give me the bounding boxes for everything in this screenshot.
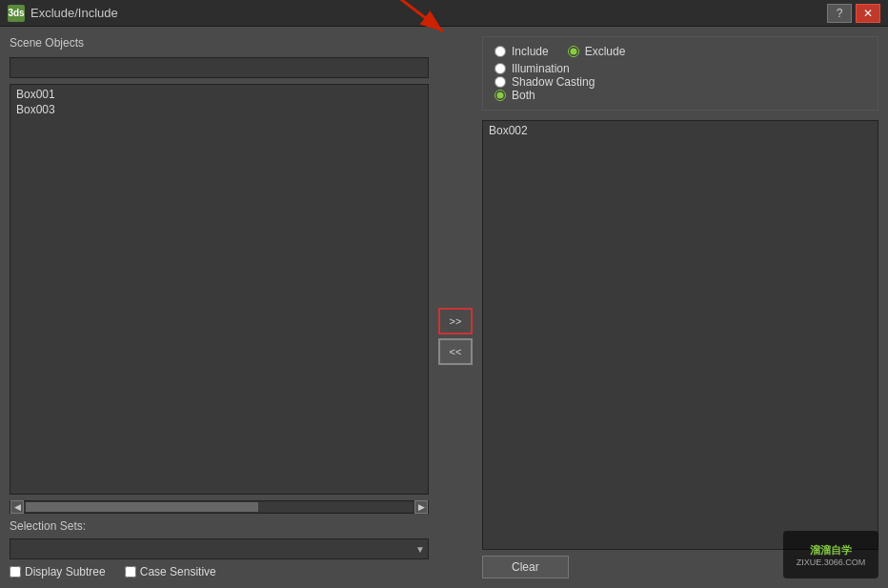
title-bar-right: ? ✕ <box>827 4 880 23</box>
include-radio[interactable]: Include <box>494 45 549 58</box>
window-title: Exclude/Include <box>30 6 118 20</box>
display-subtree-checkbox[interactable]: Display Subtree <box>10 565 106 578</box>
scene-objects-list[interactable]: Box001 Box003 <box>10 84 429 495</box>
scroll-right-btn[interactable]: ▶ <box>414 500 428 514</box>
watermark-brand: 溜溜自学 <box>810 543 852 558</box>
watermark: 溜溜自学 ZIXUE.3066.COM <box>783 531 878 578</box>
back-arrow-button[interactable]: << <box>438 338 473 365</box>
exclude-label: Exclude <box>585 45 626 58</box>
list-item[interactable]: Box001 <box>12 87 426 102</box>
left-panel: Scene Objects Box001 Box003 ◀ ▶ Selectio… <box>10 36 429 578</box>
app-icon: 3ds <box>8 5 25 22</box>
scene-objects-label: Scene Objects <box>10 36 429 50</box>
scroll-left-btn[interactable]: ◀ <box>10 500 24 514</box>
include-label: Include <box>512 45 549 58</box>
scroll-track[interactable] <box>26 502 413 512</box>
middle-arrows: >> << <box>438 36 473 578</box>
case-sensitive-input[interactable] <box>125 566 136 578</box>
exclude-radio-input[interactable] <box>568 46 579 57</box>
app-icon-label: 3ds <box>8 8 24 18</box>
right-list-box[interactable]: Box002 <box>482 120 878 550</box>
include-radio-input[interactable] <box>494 46 506 57</box>
horizontal-scrollbar[interactable]: ◀ ▶ <box>10 500 429 514</box>
list-item[interactable]: Box003 <box>12 102 426 117</box>
watermark-url: ZIXUE.3066.COM <box>797 558 866 567</box>
shadow-casting-radio-input[interactable] <box>494 76 506 88</box>
help-button[interactable]: ? <box>827 4 852 23</box>
selection-sets-wrapper: ▼ <box>10 538 429 559</box>
clear-button[interactable]: Clear <box>482 556 569 578</box>
include-exclude-row: Include Exclude <box>494 45 866 58</box>
shadow-casting-radio[interactable]: Shadow Casting <box>494 75 866 89</box>
search-input[interactable] <box>10 57 429 78</box>
illumination-radio[interactable]: Illumination <box>494 62 866 75</box>
right-panel: Include Exclude Illumination Shadow Cast… <box>482 36 878 578</box>
case-sensitive-checkbox[interactable]: Case Sensitive <box>125 565 216 578</box>
exclude-radio[interactable]: Exclude <box>568 45 626 58</box>
case-sensitive-label: Case Sensitive <box>140 565 216 578</box>
top-radio-group: Include Exclude Illumination Shadow Cast… <box>482 36 878 111</box>
illumination-label: Illumination <box>512 62 570 75</box>
both-radio-input[interactable] <box>494 90 506 101</box>
scroll-thumb <box>26 502 258 512</box>
close-button[interactable]: ✕ <box>856 4 880 23</box>
title-bar: 3ds Exclude/Include ? ✕ <box>0 0 888 27</box>
checkbox-row: Display Subtree Case Sensitive <box>10 565 429 578</box>
illumination-radio-input[interactable] <box>494 63 506 74</box>
list-item[interactable]: Box002 <box>485 123 876 138</box>
shadow-casting-label: Shadow Casting <box>512 75 595 89</box>
display-subtree-label: Display Subtree <box>25 565 106 578</box>
both-radio[interactable]: Both <box>494 89 866 102</box>
forward-arrow-button[interactable]: >> <box>438 308 473 335</box>
selection-sets-label: Selection Sets: <box>10 519 429 533</box>
both-label: Both <box>512 89 535 102</box>
bottom-controls: Selection Sets: ▼ Display Subtree Case S… <box>10 519 429 578</box>
display-subtree-input[interactable] <box>10 566 21 578</box>
title-bar-left: 3ds Exclude/Include <box>8 5 118 22</box>
selection-sets-dropdown[interactable] <box>10 538 429 559</box>
main-container: Scene Objects Box001 Box003 ◀ ▶ Selectio… <box>0 27 888 588</box>
